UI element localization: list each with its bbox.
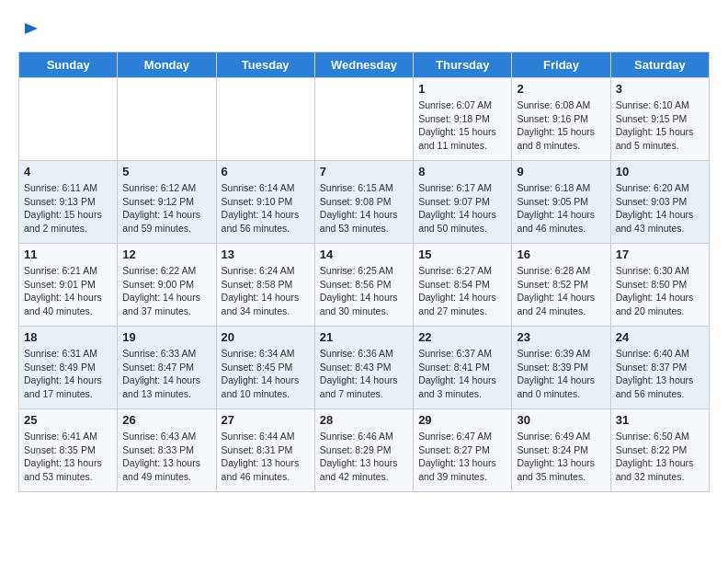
day-info: Sunrise: 6:21 AMSunset: 9:01 PMDaylight:… [24,264,112,318]
calendar-week-1: 1Sunrise: 6:07 AMSunset: 9:18 PMDaylight… [19,78,710,161]
day-number: 4 [24,165,112,178]
calendar-cell: 21Sunrise: 6:36 AMSunset: 8:43 PMDayligh… [314,327,413,409]
day-info: Sunrise: 6:34 AMSunset: 8:45 PMDaylight:… [222,347,310,401]
day-number: 16 [517,247,605,261]
calendar-week-2: 4Sunrise: 6:11 AMSunset: 9:13 PMDaylight… [19,161,710,244]
calendar-cell: 19Sunrise: 6:33 AMSunset: 8:47 PMDayligh… [118,327,216,409]
calendar-cell: 3Sunrise: 6:10 AMSunset: 9:15 PMDaylight… [610,78,709,161]
calendar-cell: 8Sunrise: 6:17 AMSunset: 9:07 PMDaylight… [414,161,512,244]
header [18,18,710,37]
day-info: Sunrise: 6:14 AMSunset: 9:10 PMDaylight:… [222,181,310,236]
day-info: Sunrise: 6:46 AMSunset: 8:29 PMDaylight:… [320,430,408,484]
day-info: Sunrise: 6:12 AMSunset: 9:12 PMDaylight:… [122,181,210,236]
day-info: Sunrise: 6:18 AMSunset: 9:05 PMDaylight:… [517,181,605,236]
calendar-cell: 29Sunrise: 6:47 AMSunset: 8:27 PMDayligh… [414,409,512,492]
day-number: 30 [517,413,605,427]
day-number: 22 [418,330,506,344]
calendar-cell: 13Sunrise: 6:24 AMSunset: 8:58 PMDayligh… [216,244,314,327]
calendar-header-sunday: Sunday [19,52,118,78]
day-number: 27 [222,413,310,427]
day-info: Sunrise: 6:31 AMSunset: 8:49 PMDaylight:… [24,347,112,401]
calendar-cell: 26Sunrise: 6:43 AMSunset: 8:33 PMDayligh… [118,409,216,492]
day-number: 9 [517,165,605,178]
calendar-header-friday: Friday [512,52,610,78]
day-info: Sunrise: 6:50 AMSunset: 8:22 PMDaylight:… [616,430,704,484]
day-info: Sunrise: 6:28 AMSunset: 8:52 PMDaylight:… [517,264,605,318]
day-number: 29 [418,413,506,427]
day-number: 18 [24,330,112,344]
day-info: Sunrise: 6:40 AMSunset: 8:37 PMDaylight:… [616,347,704,401]
calendar-cell: 4Sunrise: 6:11 AMSunset: 9:13 PMDaylight… [19,161,118,244]
calendar-cell: 25Sunrise: 6:41 AMSunset: 8:35 PMDayligh… [19,409,118,492]
calendar-header-monday: Monday [118,52,216,78]
calendar-cell: 6Sunrise: 6:14 AMSunset: 9:10 PMDaylight… [216,161,314,244]
day-info: Sunrise: 6:24 AMSunset: 8:58 PMDaylight:… [222,264,310,318]
calendar-cell: 20Sunrise: 6:34 AMSunset: 8:45 PMDayligh… [216,327,314,409]
day-number: 28 [320,413,408,427]
calendar-cell [216,78,314,161]
day-info: Sunrise: 6:43 AMSunset: 8:33 PMDaylight:… [122,430,210,484]
day-number: 6 [222,165,310,178]
calendar-cell: 12Sunrise: 6:22 AMSunset: 9:00 PMDayligh… [118,244,216,327]
day-number: 21 [320,330,408,344]
calendar-cell: 28Sunrise: 6:46 AMSunset: 8:29 PMDayligh… [314,409,413,492]
day-number: 25 [24,413,112,427]
calendar-cell: 31Sunrise: 6:50 AMSunset: 8:22 PMDayligh… [610,409,709,492]
calendar-week-5: 25Sunrise: 6:41 AMSunset: 8:35 PMDayligh… [19,409,710,492]
day-info: Sunrise: 6:10 AMSunset: 9:15 PMDaylight:… [616,98,704,153]
day-info: Sunrise: 6:07 AMSunset: 9:18 PMDaylight:… [418,98,506,153]
day-number: 2 [517,82,605,96]
calendar-cell: 23Sunrise: 6:39 AMSunset: 8:39 PMDayligh… [512,327,610,409]
calendar-header-saturday: Saturday [610,52,709,78]
calendar-cell: 18Sunrise: 6:31 AMSunset: 8:49 PMDayligh… [19,327,118,409]
day-number: 3 [616,82,704,96]
calendar-cell: 16Sunrise: 6:28 AMSunset: 8:52 PMDayligh… [512,244,610,327]
day-number: 24 [616,330,704,344]
day-number: 5 [122,165,210,178]
calendar-header-tuesday: Tuesday [216,52,314,78]
day-number: 26 [122,413,210,427]
calendar-cell: 24Sunrise: 6:40 AMSunset: 8:37 PMDayligh… [610,327,709,409]
calendar-cell: 11Sunrise: 6:21 AMSunset: 9:01 PMDayligh… [19,244,118,327]
day-number: 14 [320,247,408,261]
calendar-table: SundayMondayTuesdayWednesdayThursdayFrid… [18,52,710,492]
day-number: 20 [222,330,310,344]
calendar-cell: 9Sunrise: 6:18 AMSunset: 9:05 PMDaylight… [512,161,610,244]
day-number: 23 [517,330,605,344]
calendar-header-wednesday: Wednesday [314,52,413,78]
day-info: Sunrise: 6:33 AMSunset: 8:47 PMDaylight:… [122,347,210,401]
day-number: 7 [320,165,408,178]
day-number: 8 [418,165,506,178]
day-info: Sunrise: 6:37 AMSunset: 8:41 PMDaylight:… [418,347,506,401]
calendar-header-thursday: Thursday [414,52,512,78]
day-info: Sunrise: 6:49 AMSunset: 8:24 PMDaylight:… [517,430,605,484]
calendar-cell: 17Sunrise: 6:30 AMSunset: 8:50 PMDayligh… [610,244,709,327]
calendar-cell: 30Sunrise: 6:49 AMSunset: 8:24 PMDayligh… [512,409,610,492]
day-number: 15 [418,247,506,261]
day-number: 1 [418,82,506,96]
logo-arrow-icon [23,20,40,37]
calendar-cell [118,78,216,161]
calendar-cell [314,78,413,161]
day-info: Sunrise: 6:20 AMSunset: 9:03 PMDaylight:… [616,181,704,236]
calendar-cell: 14Sunrise: 6:25 AMSunset: 8:56 PMDayligh… [314,244,413,327]
day-number: 31 [616,413,704,427]
day-info: Sunrise: 6:47 AMSunset: 8:27 PMDaylight:… [418,430,506,484]
day-info: Sunrise: 6:22 AMSunset: 9:00 PMDaylight:… [122,264,210,318]
logo [18,18,40,37]
day-info: Sunrise: 6:25 AMSunset: 8:56 PMDaylight:… [320,264,408,318]
calendar-cell [19,78,118,161]
calendar-cell: 15Sunrise: 6:27 AMSunset: 8:54 PMDayligh… [414,244,512,327]
day-number: 12 [122,247,210,261]
day-info: Sunrise: 6:44 AMSunset: 8:31 PMDaylight:… [222,430,310,484]
calendar-week-3: 11Sunrise: 6:21 AMSunset: 9:01 PMDayligh… [19,244,710,327]
day-info: Sunrise: 6:27 AMSunset: 8:54 PMDaylight:… [418,264,506,318]
day-info: Sunrise: 6:41 AMSunset: 8:35 PMDaylight:… [24,430,112,484]
day-number: 11 [24,247,112,261]
calendar-cell: 27Sunrise: 6:44 AMSunset: 8:31 PMDayligh… [216,409,314,492]
day-number: 19 [122,330,210,344]
calendar-cell: 10Sunrise: 6:20 AMSunset: 9:03 PMDayligh… [610,161,709,244]
calendar-cell: 2Sunrise: 6:08 AMSunset: 9:16 PMDaylight… [512,78,610,161]
day-info: Sunrise: 6:08 AMSunset: 9:16 PMDaylight:… [517,98,605,153]
calendar-week-4: 18Sunrise: 6:31 AMSunset: 8:49 PMDayligh… [19,327,710,409]
